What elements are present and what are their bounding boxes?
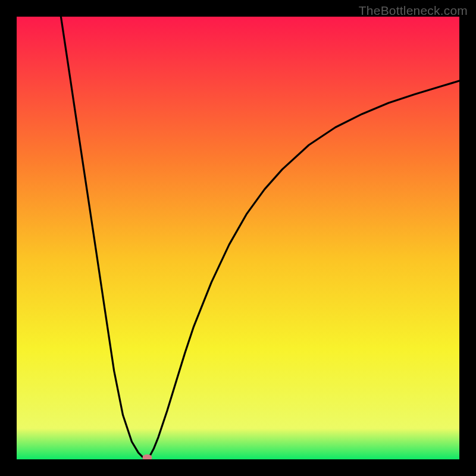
gradient-bg	[17, 17, 459, 459]
watermark-text: TheBottleneck.com	[359, 4, 468, 18]
plot-area	[17, 17, 459, 459]
plot-svg	[17, 17, 459, 459]
chart-frame: TheBottleneck.com	[0, 0, 476, 476]
